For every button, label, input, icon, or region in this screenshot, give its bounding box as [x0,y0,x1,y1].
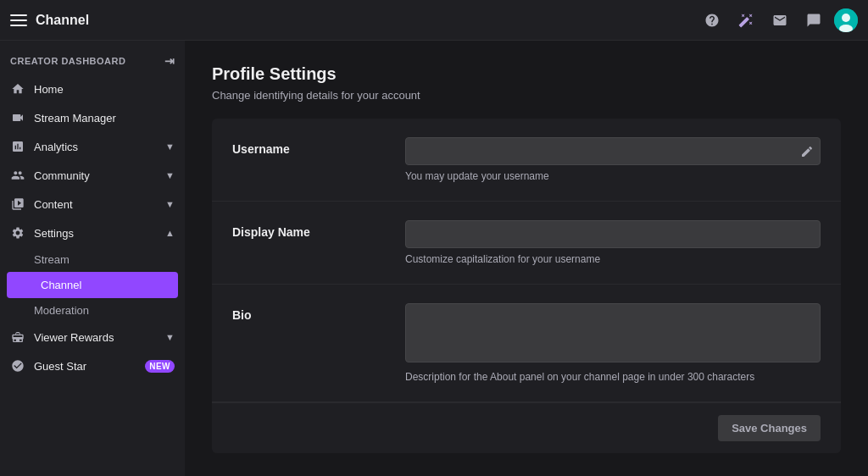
avatar-image [834,8,858,32]
sidebar-section-label: CREATOR DASHBOARD ⇥ [0,51,185,75]
edit-icon [800,145,814,158]
help-icon-btn[interactable] [698,7,726,34]
sidebar-item-analytics-label: Analytics [34,141,157,153]
display-name-content: Customize capitalization for your userna… [405,220,821,265]
svg-point-1 [842,14,850,22]
display-name-hint: Customize capitalization for your userna… [405,253,821,265]
bio-row: Bio Description for the About panel on y… [212,285,841,402]
menu-icon[interactable] [10,12,27,29]
chat-icon [806,13,821,28]
header-left: Channel [10,12,89,29]
page-subtitle: Change identifying details for your acco… [212,89,841,102]
bio-label: Bio [232,303,385,322]
community-chevron-icon: ▼ [165,170,175,180]
settings-icon [10,225,25,241]
sidebar-item-content[interactable]: Content ▼ [0,190,185,219]
sidebar-item-guest-star[interactable]: Guest Star NEW [0,351,185,380]
bio-hint: Description for the About panel on your … [405,371,821,383]
sidebar-subitem-stream[interactable]: Stream [0,247,185,272]
sidebar-subitem-channel-label: Channel [41,279,81,291]
sidebar-subitem-stream-label: Stream [34,253,70,266]
content-area: Profile Settings Change identifying deta… [185,41,868,476]
sidebar-item-home-label: Home [34,83,175,96]
avatar[interactable] [834,8,858,32]
magic-icon-btn[interactable] [732,7,760,34]
page-header-title: Channel [36,13,89,28]
viewer-rewards-icon [10,329,25,345]
display-name-label: Display Name [232,220,385,239]
sidebar-item-community-label: Community [34,169,157,182]
stream-manager-icon [10,110,25,125]
home-icon [10,81,25,97]
sidebar: CREATOR DASHBOARD ⇥ Home Stream Manager … [0,41,185,476]
settings-footer: Save Changes [212,402,841,453]
username-content: You may update your username [405,137,821,182]
save-changes-button[interactable]: Save Changes [718,415,821,441]
sidebar-item-content-label: Content [34,198,157,211]
display-name-row: Display Name Customize capitalization fo… [212,202,841,285]
content-chevron-icon: ▼ [165,199,175,209]
community-icon [10,168,25,183]
page-title: Profile Settings [212,64,841,84]
sidebar-item-home[interactable]: Home [0,75,185,103]
settings-chevron-icon: ▲ [165,228,175,238]
sidebar-item-stream-manager[interactable]: Stream Manager [0,103,185,132]
analytics-icon [10,139,25,154]
sidebar-subitem-moderation-label: Moderation [34,304,89,317]
mail-icon [772,13,787,28]
username-hint: You may update your username [405,170,821,182]
sidebar-item-guest-star-label: Guest Star [34,360,136,373]
username-input[interactable] [405,137,821,165]
sidebar-item-settings-label: Settings [34,227,157,240]
chat-icon-btn[interactable] [800,7,827,34]
analytics-chevron-icon: ▼ [165,141,175,152]
top-header: Channel [0,0,868,41]
sidebar-subitem-channel[interactable]: Channel [7,272,178,298]
display-name-input[interactable] [405,220,821,248]
username-edit-icon-btn[interactable] [800,145,814,158]
viewer-rewards-chevron-icon: ▼ [165,332,175,342]
sidebar-item-analytics[interactable]: Analytics ▼ [0,132,185,161]
magic-icon [738,13,754,28]
sidebar-subitem-moderation[interactable]: Moderation [0,298,185,323]
mail-icon-btn[interactable] [766,7,793,34]
guest-star-new-badge: NEW [145,360,175,373]
username-input-wrapper [405,137,821,165]
main-body: CREATOR DASHBOARD ⇥ Home Stream Manager … [0,41,868,476]
bio-content: Description for the About panel on your … [405,303,821,383]
guest-star-icon [10,358,25,374]
sidebar-item-community[interactable]: Community ▼ [0,161,185,190]
username-row: Username You may update your username [212,119,841,202]
sidebar-item-stream-manager-label: Stream Manager [34,112,175,125]
header-right [698,7,858,34]
settings-card: Username You may update your username [212,119,841,453]
username-label: Username [232,137,385,156]
help-icon [704,13,720,28]
content-icon [10,196,25,212]
sidebar-item-viewer-rewards[interactable]: Viewer Rewards ▼ [0,323,185,351]
profile-settings-container: Profile Settings Change identifying deta… [185,41,868,476]
sidebar-item-settings[interactable]: Settings ▲ [0,219,185,247]
collapse-sidebar-icon[interactable]: ⇥ [164,54,175,68]
sidebar-item-viewer-rewards-label: Viewer Rewards [34,331,157,344]
bio-textarea[interactable] [405,303,821,363]
